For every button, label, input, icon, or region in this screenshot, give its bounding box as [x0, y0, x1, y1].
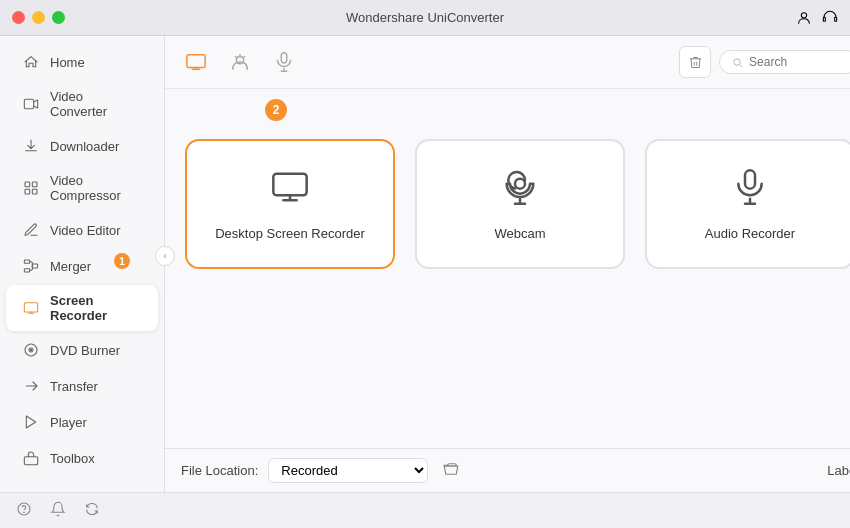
- help-icon[interactable]: [16, 501, 32, 520]
- sidebar-item-downloader[interactable]: Downloader: [6, 129, 158, 163]
- merger-badge: 1: [114, 253, 130, 269]
- window-controls: [12, 11, 65, 24]
- svg-rect-10: [32, 264, 37, 268]
- svg-rect-2: [835, 17, 837, 21]
- content-area: 2 Desktop Screen Recorder: [165, 89, 850, 448]
- tab-audio-recorder[interactable]: [269, 47, 299, 77]
- recorder-card-audio[interactable]: Audio Recorder: [645, 139, 850, 269]
- transfer-icon: [22, 377, 40, 395]
- svg-point-25: [24, 512, 25, 513]
- svg-point-20: [734, 58, 740, 64]
- bottom-bar: File Location: Recorded Label: [165, 448, 850, 492]
- bell-icon[interactable]: [50, 501, 66, 520]
- sidebar-label-player: Player: [50, 415, 87, 430]
- tab-webcam[interactable]: [225, 47, 255, 77]
- search-input[interactable]: [749, 55, 846, 69]
- sidebar-label-toolbox: Toolbox: [50, 451, 95, 466]
- webcam-label: Webcam: [494, 226, 545, 241]
- sidebar-item-home[interactable]: Home: [6, 45, 158, 79]
- sidebar-label-video-editor: Video Editor: [50, 223, 121, 238]
- sidebar-item-player[interactable]: Player: [6, 405, 158, 439]
- recorder-card-desktop[interactable]: Desktop Screen Recorder: [185, 139, 395, 269]
- sidebar-label-merger: Merger: [50, 259, 91, 274]
- svg-point-14: [30, 349, 31, 350]
- label-button[interactable]: Label: [827, 463, 850, 478]
- recorder-cards: Desktop Screen Recorder Webcam: [185, 139, 850, 269]
- toolbox-icon: [22, 449, 40, 467]
- sidebar: Home Video Converter Downloader Video Co…: [0, 36, 165, 492]
- user-icon[interactable]: [796, 10, 812, 26]
- svg-rect-6: [25, 189, 30, 194]
- delete-button[interactable]: [679, 46, 711, 78]
- app-title: Wondershare UniConverter: [346, 10, 504, 25]
- file-location-select[interactable]: Recorded: [268, 458, 428, 483]
- toolbar: [165, 36, 850, 89]
- svg-point-22: [515, 179, 525, 189]
- sidebar-label-transfer: Transfer: [50, 379, 98, 394]
- svg-rect-7: [32, 189, 37, 194]
- search-box: [719, 50, 850, 74]
- dvd-burner-icon: [22, 341, 40, 359]
- screen-recorder-icon: [22, 299, 40, 317]
- sidebar-label-screen-recorder: Screen Recorder: [50, 293, 142, 323]
- svg-rect-21: [273, 174, 306, 196]
- merger-icon: [22, 257, 40, 275]
- video-converter-icon: [22, 95, 40, 113]
- sidebar-item-toolbox[interactable]: Toolbox: [6, 441, 158, 475]
- sync-icon[interactable]: [84, 501, 100, 520]
- video-editor-icon: [22, 221, 40, 239]
- app-body: Home Video Converter Downloader Video Co…: [0, 36, 850, 492]
- sidebar-item-dvd-burner[interactable]: DVD Burner: [6, 333, 158, 367]
- maximize-button[interactable]: [52, 11, 65, 24]
- home-icon: [22, 53, 40, 71]
- sidebar-item-transfer[interactable]: Transfer: [6, 369, 158, 403]
- svg-rect-1: [823, 17, 825, 21]
- audio-recorder-label: Audio Recorder: [705, 226, 795, 241]
- file-location-label: File Location:: [181, 463, 258, 478]
- tab-screen-recorder[interactable]: [181, 47, 211, 77]
- downloader-icon: [22, 137, 40, 155]
- sidebar-item-merger[interactable]: Merger 1: [6, 249, 158, 283]
- svg-rect-5: [32, 182, 37, 187]
- toolbar-right: [679, 46, 850, 78]
- titlebar-user-icons: [796, 10, 838, 26]
- svg-point-0: [801, 12, 806, 17]
- desktop-screen-recorder-label: Desktop Screen Recorder: [215, 226, 365, 241]
- sidebar-label-home: Home: [50, 55, 85, 70]
- sidebar-item-video-converter[interactable]: Video Converter: [6, 81, 158, 127]
- close-button[interactable]: [12, 11, 25, 24]
- sidebar-collapse-button[interactable]: ‹: [155, 246, 175, 266]
- sidebar-label-video-converter: Video Converter: [50, 89, 142, 119]
- sidebar-label-downloader: Downloader: [50, 139, 119, 154]
- titlebar: Wondershare UniConverter: [0, 0, 850, 36]
- toolbar-tabs: [181, 47, 667, 77]
- sidebar-item-screen-recorder[interactable]: Screen Recorder: [6, 285, 158, 331]
- svg-rect-19: [281, 53, 287, 63]
- svg-point-24: [18, 503, 30, 515]
- svg-rect-17: [187, 55, 205, 68]
- sidebar-label-dvd-burner: DVD Burner: [50, 343, 120, 358]
- svg-rect-11: [24, 303, 37, 312]
- svg-marker-15: [26, 416, 35, 428]
- svg-rect-16: [24, 457, 37, 465]
- folder-open-icon[interactable]: [442, 460, 460, 481]
- svg-rect-3: [24, 99, 33, 108]
- step-badge-2: 2: [265, 99, 287, 121]
- desktop-screen-recorder-icon: [270, 167, 310, 214]
- support-icon[interactable]: [822, 10, 838, 26]
- main-content: 2 Desktop Screen Recorder: [165, 36, 850, 492]
- svg-rect-9: [24, 269, 29, 272]
- webcam-card-icon: [500, 167, 540, 214]
- svg-rect-23: [745, 170, 755, 188]
- recorder-card-webcam[interactable]: Webcam: [415, 139, 625, 269]
- statusbar: [0, 492, 850, 528]
- svg-rect-4: [25, 182, 30, 187]
- sidebar-item-video-compressor[interactable]: Video Compressor: [6, 165, 158, 211]
- minimize-button[interactable]: [32, 11, 45, 24]
- player-icon: [22, 413, 40, 431]
- search-icon: [732, 56, 743, 69]
- compressor-icon: [22, 179, 40, 197]
- sidebar-item-video-editor[interactable]: Video Editor: [6, 213, 158, 247]
- audio-recorder-card-icon: [730, 167, 770, 214]
- sidebar-label-video-compressor: Video Compressor: [50, 173, 142, 203]
